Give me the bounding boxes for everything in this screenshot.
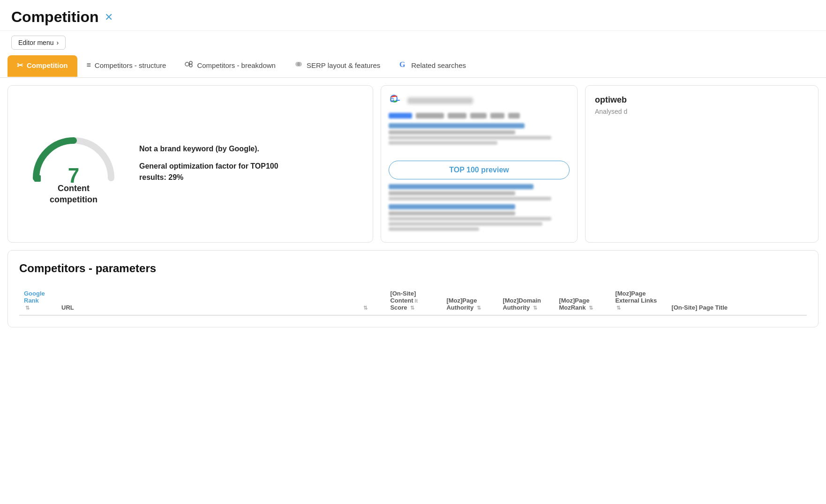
moz-external-links-sort-icon[interactable]: ⇅ — [616, 305, 621, 311]
svg-rect-8 — [34, 175, 41, 182]
col-header-moz-page-mozrank: [Moz]Page MozRank ⇅ — [554, 286, 610, 315]
on-site-score-sort-icon[interactable]: ⇅ — [410, 305, 414, 311]
gauge-label: Content competition — [22, 183, 125, 205]
svg-point-6 — [297, 62, 302, 67]
serp-more-results — [381, 184, 577, 242]
col-header-google-rank: Google Rank ⇅ — [19, 286, 57, 315]
col-header-moz-page-authority: [Moz]Page Authority ⇅ — [442, 286, 498, 315]
moz-domain-auth-sort-icon[interactable]: ⇅ — [533, 305, 537, 311]
serp-google-logo: G — [389, 93, 570, 108]
tab-related-searches-label: Related searches — [411, 61, 466, 69]
top100-preview-button[interactable]: TOP 100 preview — [389, 161, 570, 179]
google-rank-label-1: Google — [24, 290, 52, 297]
related-searches-tab-icon: G — [399, 60, 407, 70]
google-logo-icon: G — [389, 93, 404, 108]
breakdown-tab-icon — [185, 60, 193, 70]
competition-info: Not a brand keyword (by Google). General… — [139, 145, 354, 183]
serp-result-3 — [389, 204, 570, 231]
competition-tab-icon: ✂ — [17, 61, 23, 70]
col-header-url: URL — [57, 286, 357, 315]
editor-menu-bar: Editor menu › — [0, 31, 826, 54]
competitors-table: Google Rank ⇅ URL ⇅ [On-Site] ContentIt … — [19, 286, 807, 316]
parameters-title: Competitors - parameters — [19, 262, 807, 275]
svg-text:G: G — [399, 60, 405, 68]
serp-tab-more — [508, 113, 520, 119]
serp-inner: G — [381, 86, 577, 156]
google-rank-sort-icon[interactable]: ⇅ — [25, 305, 30, 311]
editor-menu-button[interactable]: Editor menu › — [11, 36, 66, 50]
table-header-row: Google Rank ⇅ URL ⇅ [On-Site] ContentIt … — [19, 286, 807, 315]
on-site-content-sort-icon[interactable]: It — [414, 298, 418, 304]
close-icon[interactable]: ✕ — [105, 11, 113, 23]
tab-navigation: ✂ Competition ≡ Competitors - structure … — [0, 54, 826, 78]
svg-point-1 — [189, 61, 192, 64]
serp-tab-videos — [490, 113, 504, 119]
serp-preview-card: G — [381, 85, 578, 243]
svg-point-2 — [189, 64, 192, 67]
col-header-on-site-page-title: [On-Site] Page Title — [667, 286, 807, 315]
tab-related-searches[interactable]: G Related searches — [390, 54, 475, 77]
tab-competitors-breakdown[interactable]: Competitors - breakdown — [175, 55, 285, 77]
structure-tab-icon: ≡ — [87, 61, 91, 69]
brand-keyword-text: Not a brand keyword (by Google). — [139, 145, 354, 153]
tab-competition-label: Competition — [27, 61, 68, 69]
main-content: 7 Content competition Not a brand keywor… — [0, 78, 826, 335]
tab-competition[interactable]: ✂ Competition — [8, 55, 77, 77]
serp-tab-images — [416, 113, 444, 119]
top-cards-row: 7 Content competition Not a brand keywor… — [8, 85, 818, 243]
svg-line-4 — [189, 64, 189, 65]
tab-competitors-structure-label: Competitors - structure — [95, 61, 166, 69]
serp-tab-maps — [470, 113, 487, 119]
optiweb-title: optiweb — [595, 95, 809, 105]
tab-serp-layout[interactable]: SERP layout & features — [285, 55, 390, 77]
serp-tab-all — [389, 113, 412, 119]
serp-result-1 — [389, 123, 570, 145]
editor-menu-label: Editor menu — [18, 39, 53, 46]
google-rank-label-2: Rank — [24, 297, 52, 304]
optimization-factor-line2: results: 29% — [139, 173, 183, 181]
tab-serp-layout-label: SERP layout & features — [307, 61, 380, 69]
optimization-factor-text: General optimization factor for TOP100 r… — [139, 161, 354, 183]
tab-competitors-structure[interactable]: ≡ Competitors - structure — [77, 55, 176, 76]
optimization-factor-line1: General optimization factor for TOP100 — [139, 162, 278, 170]
serp-tab-news — [448, 113, 466, 119]
optiweb-card: optiweb Analysed d — [585, 85, 818, 243]
optiweb-subtitle: Analysed d — [595, 108, 809, 115]
chevron-right-icon: › — [56, 39, 59, 46]
competition-gauge-card: 7 Content competition Not a brand keywor… — [8, 85, 373, 243]
page-title: Competition — [11, 8, 99, 26]
col-header-moz-external-links: [Moz]Page External Links ⇅ — [610, 286, 667, 315]
serp-tab-icon — [294, 60, 303, 70]
col-header-on-site-content: [On-Site] ContentIt Score ⇅ — [385, 286, 442, 315]
col-header-moz-domain-authority: [Moz]Domain Authority ⇅ — [498, 286, 554, 315]
svg-text:G: G — [390, 97, 395, 104]
page-header: Competition ✕ — [0, 0, 826, 31]
moz-page-auth-sort-icon[interactable]: ⇅ — [477, 305, 481, 311]
serp-tabs-row — [389, 113, 570, 119]
serp-query-blur — [407, 97, 473, 104]
svg-point-0 — [185, 62, 189, 66]
moz-mozrank-sort-icon[interactable]: ⇅ — [589, 305, 593, 311]
tab-competitors-breakdown-label: Competitors - breakdown — [197, 61, 276, 69]
svg-line-3 — [189, 63, 189, 64]
serp-result-2 — [389, 184, 570, 200]
parameters-section: Competitors - parameters Google Rank ⇅ U… — [8, 250, 818, 327]
url-sort-icon[interactable]: ⇅ — [363, 305, 368, 311]
col-header-url-sort: ⇅ — [357, 286, 385, 315]
